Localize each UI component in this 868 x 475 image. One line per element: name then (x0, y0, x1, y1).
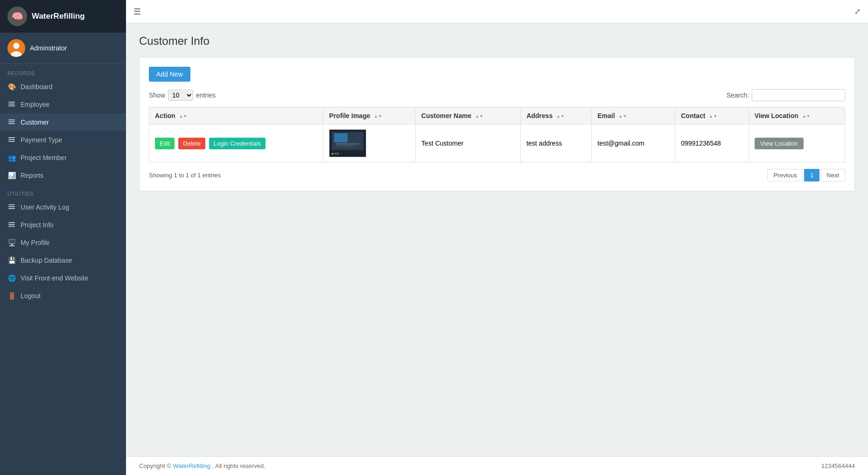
svg-rect-4 (8, 104, 15, 105)
sidebar: 🧠 WaterRefilling Adminstrator Records 🎨 … (0, 0, 126, 475)
col-action: Action ▲▼ (149, 107, 323, 125)
sidebar-label-visit-frontend: Visit Front-end Website (21, 274, 88, 282)
sidebar-item-backup-database[interactable]: 💾 Backup Database (0, 251, 126, 269)
svg-rect-17 (8, 226, 15, 227)
svg-rect-5 (8, 105, 15, 106)
username-label: Adminstrator (30, 44, 67, 52)
svg-rect-20 (334, 133, 348, 142)
project-member-icon: 👥 (7, 154, 16, 162)
brand-link[interactable]: WaterRefilling (173, 462, 210, 469)
svg-rect-6 (8, 119, 15, 120)
sort-view-location: ▲▼ (802, 114, 811, 119)
search-control: Search: (727, 89, 845, 101)
svg-text:▶ 0:12: ▶ 0:12 (332, 153, 339, 155)
employee-icon (7, 100, 16, 109)
sort-email: ▲▼ (619, 114, 627, 119)
sidebar-header: 🧠 WaterRefilling (0, 0, 126, 33)
sort-action: ▲▼ (179, 114, 187, 119)
svg-rect-7 (8, 121, 15, 122)
sidebar-label-backup-database: Backup Database (21, 257, 72, 264)
sidebar-label-logout: Logout (21, 292, 41, 300)
col-profile-image: Profile Image ▲▼ (323, 107, 416, 125)
search-input[interactable] (752, 89, 845, 101)
svg-rect-3 (8, 102, 15, 103)
address-cell: test address (521, 125, 592, 162)
footer-phone: 1234564444 (821, 462, 855, 469)
sidebar-label-project-info: Project Info (21, 221, 54, 229)
sidebar-item-visit-frontend[interactable]: 🌐 Visit Front-end Website (0, 269, 126, 287)
topbar: ☰ ⤢ (126, 0, 868, 23)
add-new-button[interactable]: Add New (149, 67, 190, 82)
pagination: Previous 1 Next (767, 169, 845, 182)
app-name: WaterRefilling (32, 12, 85, 21)
sort-profile-image: ▲▼ (374, 114, 382, 119)
project-info-icon (7, 221, 16, 229)
svg-point-1 (13, 43, 19, 49)
sidebar-item-project-info[interactable]: Project Info (0, 216, 126, 234)
col-email: Email ▲▼ (592, 107, 675, 125)
contact-cell: 09991236548 (675, 125, 749, 162)
show-entries-control: Show 10 25 50 100 entries (149, 90, 216, 101)
showing-text: Showing 1 to 1 of 1 entries (149, 172, 221, 179)
col-address: Address ▲▼ (521, 107, 592, 125)
sidebar-item-logout[interactable]: 🚪 Logout (0, 287, 126, 305)
sidebar-label-dashboard: Dashboard (21, 83, 53, 91)
sidebar-item-employee[interactable]: Employee (0, 96, 126, 113)
svg-rect-21 (336, 143, 359, 145)
svg-rect-9 (8, 137, 15, 138)
sidebar-item-customer[interactable]: Customer (0, 113, 126, 131)
col-customer-name: Customer Name ▲▼ (415, 107, 520, 125)
content-card: Add New Show 10 25 50 100 entries Search… (139, 57, 855, 191)
page-title: Customer Info (139, 35, 855, 48)
svg-rect-16 (8, 224, 15, 225)
svg-rect-10 (8, 139, 15, 140)
sidebar-item-reports[interactable]: 📊 Reports (0, 167, 126, 184)
user-activity-log-icon (7, 203, 16, 211)
sidebar-item-dashboard[interactable]: 🎨 Dashboard (0, 78, 126, 96)
sidebar-item-project-member[interactable]: 👥 Project Member (0, 149, 126, 167)
table-controls: Show 10 25 50 100 entries Search: (149, 89, 845, 101)
delete-button[interactable]: Delete (178, 138, 205, 149)
menu-icon[interactable]: ☰ (133, 7, 141, 17)
previous-button[interactable]: Previous (767, 169, 803, 182)
reports-icon: 📊 (7, 171, 16, 180)
utilities-section-label: Utilities (0, 184, 126, 198)
customer-name-cell: Test Customer (415, 125, 520, 162)
sidebar-item-user-activity-log[interactable]: User Activity Log (0, 198, 126, 216)
main-area: ☰ ⤢ Customer Info Add New Show 10 25 50 … (126, 0, 868, 475)
svg-rect-14 (8, 208, 15, 209)
dashboard-icon: 🎨 (7, 83, 16, 91)
copyright-text: Copyright © (139, 462, 171, 469)
customer-icon (7, 118, 16, 126)
sidebar-item-my-profile[interactable]: 🖥️ My Profile (0, 234, 126, 251)
sidebar-user-section: Adminstrator (0, 33, 126, 64)
login-credentials-button[interactable]: Login Credentials (209, 138, 266, 149)
table-row: Edit Delete Login Credentials (149, 125, 845, 162)
backup-database-icon: 💾 (7, 256, 16, 265)
col-contact: Contact ▲▼ (675, 107, 749, 125)
sidebar-item-payment-type[interactable]: Payment Type (0, 131, 126, 149)
col-view-location: View Location ▲▼ (749, 107, 845, 125)
profile-image-cell: ▶ 0:12 (323, 125, 416, 162)
svg-rect-8 (8, 123, 15, 124)
sidebar-label-my-profile: My Profile (21, 239, 49, 246)
next-button[interactable]: Next (820, 169, 845, 182)
edit-button[interactable]: Edit (155, 138, 175, 149)
svg-rect-15 (8, 222, 15, 223)
expand-icon[interactable]: ⤢ (854, 7, 861, 16)
footer: Copyright © WaterRefilling . All rights … (126, 456, 868, 475)
page-1-button[interactable]: 1 (804, 169, 819, 182)
my-profile-icon: 🖥️ (7, 238, 16, 247)
action-cell: Edit Delete Login Credentials (149, 125, 323, 162)
view-location-button[interactable]: View Location (755, 138, 804, 149)
show-label: Show (149, 91, 165, 99)
records-section-label: Records (0, 64, 126, 78)
sidebar-label-reports: Reports (21, 172, 43, 179)
logout-icon: 🚪 (7, 292, 16, 300)
view-location-cell: View Location (749, 125, 845, 162)
visit-frontend-icon: 🌐 (7, 274, 16, 282)
sidebar-label-user-activity-log: User Activity Log (21, 203, 69, 211)
content-area: Customer Info Add New Show 10 25 50 100 … (126, 23, 868, 456)
entries-select[interactable]: 10 25 50 100 (168, 90, 193, 101)
avatar (7, 39, 25, 57)
